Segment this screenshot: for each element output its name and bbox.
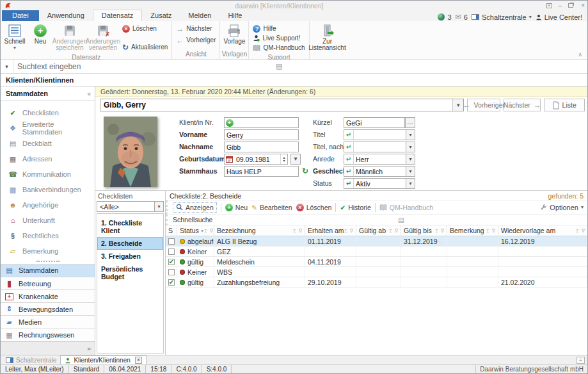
pin-window-button[interactable]: + [546, 3, 552, 8]
sidebar-item-bankverbindungen[interactable]: ▥Bankverbindungen [1, 182, 95, 197]
aenderungen-verwerfen-button[interactable]: ✗ Änderungen verwerfen [86, 22, 120, 54]
sidebar-item-unterkunft[interactable]: ⌂Unterkunft [1, 213, 95, 228]
chevron-down-icon[interactable]: ▾ [406, 142, 415, 152]
filter-icon[interactable]: ∇ [395, 228, 399, 234]
checklist-item-selected[interactable]: 2. Bescheide [97, 237, 163, 250]
chevron-down-icon[interactable]: ▾ [452, 99, 463, 111]
live-center-button[interactable]: Live Center! [536, 13, 582, 21]
chevron-down-icon[interactable]: ▾ [406, 130, 415, 140]
kuerzel-input[interactable]: GeGi [344, 117, 405, 128]
tab-datei[interactable]: Datei [2, 10, 39, 21]
titel-nach-combobox[interactable]: ↵▾ [344, 142, 415, 152]
row-checkbox[interactable] [168, 269, 175, 275]
search-scope-dropdown[interactable]: ▾ [1, 60, 13, 73]
chevron-down-icon[interactable]: ▾ [406, 179, 415, 188]
close-tab-button[interactable]: × [135, 357, 142, 364]
filter-icon[interactable]: ∇ [350, 228, 354, 234]
column-header-wiedervorlage-am[interactable]: Wiedervorlage amΣ ∇ [498, 225, 587, 236]
sidebar-item-bemerkung[interactable]: ▱Bemerkung [1, 243, 95, 259]
doc-tab-klienten[interactable]: Klienten/Klientinnen× [60, 355, 146, 364]
filter-icon[interactable]: ∇ [492, 228, 496, 234]
aktualisieren-button[interactable]: ↻Aktualisieren [122, 42, 168, 52]
tab-anwendung[interactable]: Anwendung [39, 10, 93, 21]
filter-icon[interactable]: ∇ [582, 228, 585, 234]
loeschen-row-button[interactable]: ×Löschen [296, 204, 332, 211]
virtual-keyboard-icon[interactable]: ▤ [276, 62, 282, 70]
qm-handbuch-button[interactable]: QM-Handbuch [253, 43, 305, 53]
loeschen-button[interactable]: ×Löschen [122, 24, 168, 33]
table-row[interactable]: abgelaufen ALG II Bezug 01.11.2019 31.12… [166, 236, 587, 247]
schaltzentrale-menu[interactable]: Schaltzentrale▾ [472, 13, 532, 21]
nav-stammdaten[interactable]: ▤Stammdaten [1, 264, 95, 277]
sum-icon[interactable]: Σ [344, 228, 348, 234]
sidebar-item-deckblatt[interactable]: ▤Deckblatt [1, 136, 95, 151]
sidebar-item-angehoerige[interactable]: ☻Angehörige [1, 197, 95, 213]
minimize-button[interactable]: – [559, 2, 562, 9]
messages-indicator[interactable]: ✉6 [456, 13, 468, 21]
column-header-erhalten-am[interactable]: Erhalten amΣ ∇ [305, 225, 356, 236]
column-header-bezeichnung[interactable]: BezeichnungΣ ∇ [214, 225, 305, 236]
row-checkbox[interactable] [168, 248, 175, 255]
column-header-status[interactable]: Status▼Σ ∇ [177, 225, 214, 236]
vorheriger-button[interactable]: ←Vorheriger [176, 35, 216, 45]
nav-rechnungswesen[interactable]: ▦Rechnungswesen [1, 329, 95, 341]
checklist-item[interactable]: Persönliches Budget [97, 263, 163, 283]
anrede-combobox[interactable]: ↵Herr▾ [344, 154, 415, 165]
tab-melden[interactable]: Melden [180, 10, 219, 21]
column-header-bemerkung[interactable]: BemerkungΣ ∇ [447, 225, 498, 236]
checklist-item[interactable]: 3. Freigaben [97, 250, 163, 263]
stammhaus-refresh-icon[interactable]: ↻ [300, 166, 310, 177]
restore-button[interactable] [568, 3, 573, 8]
neu-row-button[interactable]: +Neu [225, 204, 248, 211]
sidebar-item-rechtliches[interactable]: §Rechtliches [1, 228, 95, 243]
status-combobox[interactable]: ↵Aktiv▾ [344, 178, 415, 189]
geschlecht-combobox[interactable]: ↵Männlich▾ [344, 166, 415, 177]
plus-icon[interactable]: + [226, 119, 234, 127]
geburtsdatum-input[interactable]: 09.09.1981 ▴▾ [224, 154, 288, 165]
aenderungen-speichern-button[interactable]: Änderungen speichern [53, 22, 86, 54]
table-row[interactable]: Keiner WBS [166, 267, 587, 277]
chevron-down-icon[interactable]: ▾ [406, 154, 415, 164]
date-spinner[interactable]: ▴▾ [280, 154, 287, 164]
bearbeiten-button[interactable]: ✎Bearbeiten [251, 204, 292, 211]
row-checkbox[interactable]: ✔ [168, 279, 175, 286]
sum-icon[interactable]: Σ [204, 228, 208, 234]
sidebar-splitter[interactable] [1, 259, 95, 264]
filter-icon[interactable]: ∇ [441, 228, 445, 234]
tab-zusatz[interactable]: Zusatz [142, 10, 180, 21]
sum-icon[interactable]: Σ [486, 228, 490, 234]
schnell-button[interactable]: Schnell ▾ [2, 22, 28, 54]
sum-icon[interactable]: Σ [389, 228, 393, 234]
tab-list-button[interactable]: ≡ [576, 357, 585, 364]
kuerzel-more-button[interactable]: … [405, 117, 415, 128]
vorlage-button[interactable]: Vorlage [221, 22, 247, 51]
sum-icon[interactable]: Σ [576, 228, 580, 234]
checklist-item[interactable]: 1. Checkliste Klient [97, 216, 163, 237]
qm-handbuch-row-button[interactable]: QM-Handbuch [379, 204, 433, 211]
column-header-s[interactable]: S [166, 225, 177, 236]
configure-buttons-chevron[interactable]: » [87, 345, 91, 352]
column-header-gueltig-bis[interactable]: Gültig bisΣ ∇ [401, 225, 447, 236]
zur-listenansicht-button[interactable]: Zur Listenansicht [311, 22, 344, 51]
online-status-indicator[interactable]: 3 [438, 13, 451, 21]
liste-button[interactable]: Liste [544, 99, 585, 111]
collapse-ribbon-button[interactable]: ∧ [578, 51, 582, 58]
klient-nr-input[interactable]: + [224, 117, 299, 128]
table-row[interactable]: Keiner GEZ [166, 247, 587, 257]
date-dropdown-button[interactable]: ▾ [290, 154, 301, 165]
tab-hilfe[interactable]: Hilfe [219, 10, 250, 21]
sidebar-item-adressen[interactable]: ▦Adressen [1, 151, 95, 167]
table-row[interactable]: ✔ gültig Meldeschein 04.11.2019 [166, 257, 587, 267]
sum-icon[interactable]: Σ [435, 228, 439, 234]
nav-krankenakte[interactable]: +Krankenakte [1, 289, 95, 302]
collapse-sidebar-button[interactable]: « [87, 90, 91, 97]
vorheriger-record-button[interactable]: ←Vorheriger [467, 99, 500, 111]
nachname-input[interactable]: Gibb [224, 142, 299, 152]
doc-tab-schaltzentrale[interactable]: Schaltzentrale [2, 355, 60, 364]
row-checkbox[interactable]: ✔ [168, 259, 175, 265]
nav-medien[interactable]: ▰Medien [1, 315, 95, 328]
sidebar-item-kommunikation[interactable]: ☎Kommunikation [1, 167, 95, 182]
filter-icon[interactable]: ∇ [299, 228, 303, 234]
naechster-button[interactable]: →Nächster [176, 24, 216, 33]
historie-button[interactable]: ✔Historie [340, 204, 370, 211]
